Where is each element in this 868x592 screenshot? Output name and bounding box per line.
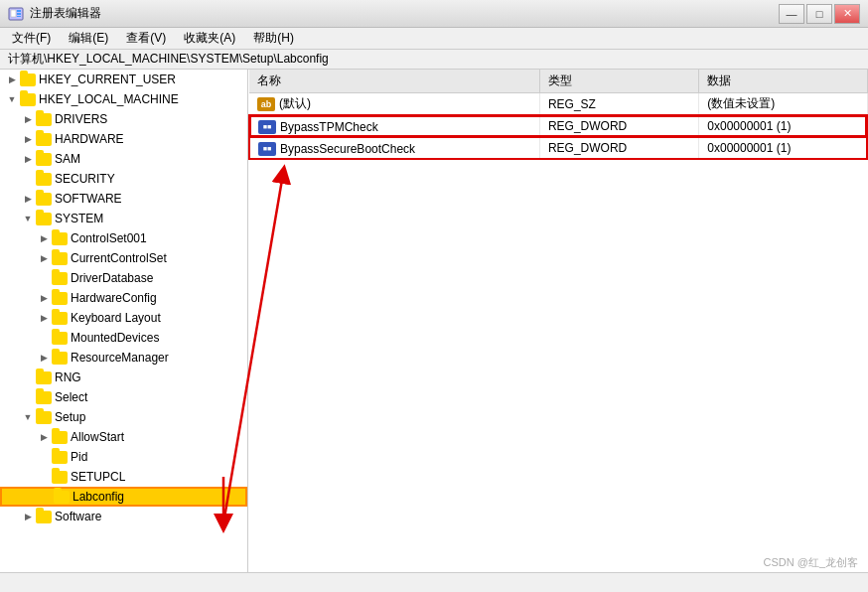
tree-label-hardware: HARDWARE (55, 132, 124, 146)
reg-data-secureboot: 0x00000001 (1) (699, 137, 867, 159)
expand-icon-hardwareconfig: ▶ (36, 290, 52, 306)
title-text: 注册表编辑器 (30, 5, 101, 22)
folder-icon-labconfig (54, 490, 70, 504)
tree-label-select: Select (55, 390, 87, 404)
path-text: 计算机\HKEY_LOCAL_MACHINE\SYSTEM\Setup\Labc… (8, 51, 329, 68)
tree-node-software2[interactable]: ▶ Software (0, 507, 247, 526)
folder-icon-pid (52, 450, 68, 464)
folder-icon-keyboardlayout (52, 311, 68, 325)
menu-edit[interactable]: 编辑(E) (61, 28, 116, 49)
tree-label-controlset001: ControlSet001 (71, 231, 147, 245)
folder-icon-currentcontrolset (52, 251, 68, 265)
folder-icon-resourcemanager (52, 351, 68, 365)
tree-node-mounteddevices[interactable]: ▶ MountedDevices (0, 328, 247, 348)
dword-reg-icon-tpm: ■■ (258, 120, 276, 134)
svg-rect-4 (17, 16, 21, 17)
maximize-button[interactable]: □ (806, 4, 832, 24)
registry-table: 名称 类型 数据 ab (默认) REG_SZ (数值未设置) (248, 70, 868, 160)
tree-node-security[interactable]: ▶ SECURITY (0, 169, 247, 189)
expand-icon-keyboardlayout: ▶ (36, 310, 52, 326)
registry-row-bypass-secureboot[interactable]: ■■ BypassSecureBootCheck REG_DWORD 0x000… (249, 137, 867, 159)
tree-node-driverdatabase[interactable]: ▶ DriverDatabase (0, 268, 247, 288)
expand-icon-currentcontrolset: ▶ (36, 250, 52, 266)
tree-node-select[interactable]: ▶ Select (0, 387, 247, 407)
folder-icon-setupcl (52, 470, 68, 484)
tree-node-hardware[interactable]: ▶ HARDWARE (0, 129, 247, 149)
tree-node-drivers[interactable]: ▶ DRIVERS (0, 109, 247, 129)
reg-data-tpm: 0x00000001 (1) (699, 115, 867, 137)
menu-view[interactable]: 查看(V) (118, 28, 174, 49)
tree-label-mounteddevices: MountedDevices (71, 331, 159, 345)
tree-node-hkcu[interactable]: ▶ HKEY_CURRENT_USER (0, 70, 247, 89)
tree-node-allowstart[interactable]: ▶ AllowStart (0, 427, 247, 447)
folder-icon-hardware (36, 132, 52, 146)
tree-node-system[interactable]: ▼ SYSTEM (0, 209, 247, 228)
reg-type-tpm: REG_DWORD (539, 115, 698, 137)
svg-rect-3 (17, 13, 21, 15)
folder-icon-system (36, 212, 52, 225)
tree-label-drivers: DRIVERS (55, 112, 107, 126)
col-name[interactable]: 名称 (249, 70, 539, 93)
registry-row-bypass-tpm[interactable]: ■■ BypassTPMCheck REG_DWORD 0x00000001 (… (249, 115, 867, 137)
tree-label-allowstart: AllowStart (71, 430, 124, 444)
tree-label-setup: Setup (55, 410, 85, 424)
folder-icon-software2 (36, 510, 52, 523)
reg-type-secureboot: REG_DWORD (539, 137, 698, 159)
regedit-icon (8, 6, 24, 22)
menu-file[interactable]: 文件(F) (4, 28, 59, 49)
folder-icon-sam (36, 152, 52, 166)
folder-icon-mounteddevices (52, 331, 68, 345)
folder-icon-setup (36, 410, 52, 424)
tree-label-security: SECURITY (55, 172, 115, 186)
tree-node-resourcemanager[interactable]: ▶ ResourceManager (0, 348, 247, 368)
tree-node-keyboardlayout[interactable]: ▶ Keyboard Layout (0, 308, 247, 328)
tree-node-currentcontrolset[interactable]: ▶ CurrentControlSet (0, 248, 247, 268)
tree-node-pid[interactable]: ▶ Pid (0, 447, 247, 467)
tree-node-rng[interactable]: ▶ RNG (0, 368, 247, 387)
folder-icon-controlset001 (52, 231, 68, 245)
reg-data-default: (数值未设置) (699, 93, 867, 116)
menu-help[interactable]: 帮助(H) (245, 28, 302, 49)
folder-icon-select (36, 390, 52, 404)
reg-name-default: ab (默认) (249, 93, 539, 116)
tree-node-setupcl[interactable]: ▶ SETUPCL (0, 467, 247, 487)
folder-icon-hardwareconfig (52, 291, 68, 305)
menu-favorites[interactable]: 收藏夹(A) (176, 28, 243, 49)
col-data[interactable]: 数据 (699, 70, 867, 93)
minimize-button[interactable]: — (779, 4, 804, 24)
expand-icon-sam: ▶ (20, 151, 36, 167)
tree-label-system: SYSTEM (55, 212, 103, 225)
expand-icon-resourcemanager: ▶ (36, 350, 52, 366)
tree-label-labconfig: Labconfig (72, 490, 124, 504)
tree-node-hardwareconfig[interactable]: ▶ HardwareConfig (0, 288, 247, 308)
tree-node-labconfig[interactable]: ▶ Labconfig (0, 487, 247, 507)
col-type[interactable]: 类型 (539, 70, 698, 93)
reg-name-tpm: ■■ BypassTPMCheck (249, 115, 539, 137)
tree-label-pid: Pid (71, 450, 87, 464)
tree-label-software2: Software (55, 510, 101, 523)
expand-icon-allowstart: ▶ (36, 429, 52, 445)
close-button[interactable]: ✕ (834, 4, 860, 24)
registry-header: 名称 类型 数据 (249, 70, 867, 93)
folder-icon-rng (36, 370, 52, 384)
window-controls: — □ ✕ (779, 4, 860, 24)
tree-label-software: SOFTWARE (55, 192, 122, 206)
tree-label-rng: RNG (55, 370, 81, 384)
tree-node-controlset001[interactable]: ▶ ControlSet001 (0, 228, 247, 248)
reg-type-default: REG_SZ (539, 93, 698, 116)
svg-rect-2 (17, 10, 21, 12)
tree-label-setupcl: SETUPCL (71, 470, 125, 484)
expand-icon-controlset001: ▶ (36, 230, 52, 246)
folder-icon-security (36, 172, 52, 186)
tree-node-software[interactable]: ▶ SOFTWARE (0, 189, 247, 209)
tree-node-sam[interactable]: ▶ SAM (0, 149, 247, 169)
title-bar-left: 注册表编辑器 (8, 5, 101, 22)
expand-icon-software: ▶ (20, 191, 36, 207)
watermark: CSDN @红_龙创客 (763, 555, 858, 570)
registry-row-default[interactable]: ab (默认) REG_SZ (数值未设置) (249, 93, 867, 116)
tree-node-hklm[interactable]: ▼ HKEY_LOCAL_MACHINE (0, 89, 247, 109)
expand-icon-hardware: ▶ (20, 131, 36, 147)
expand-icon-hkcu: ▶ (4, 72, 20, 87)
tree-panel[interactable]: ▶ HKEY_CURRENT_USER ▼ HKEY_LOCAL_MACHINE… (0, 70, 248, 572)
tree-node-setup[interactable]: ▼ Setup (0, 407, 247, 427)
